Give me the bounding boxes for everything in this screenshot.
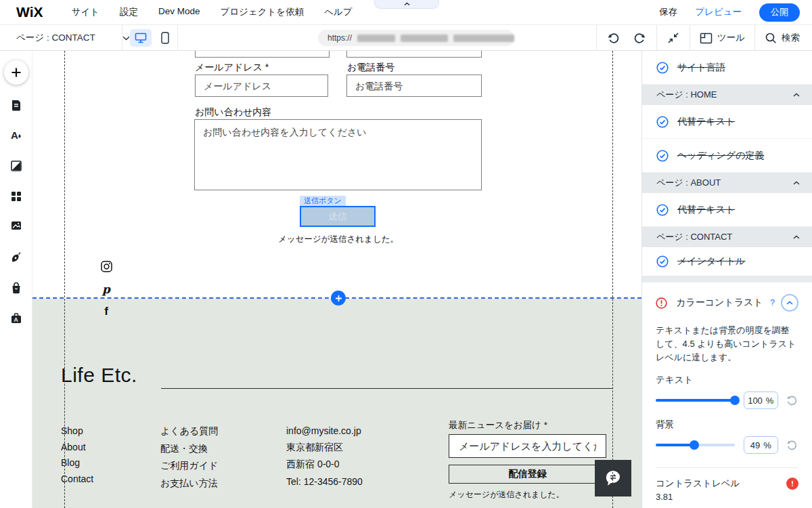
facebook-icon[interactable]: f: [99, 304, 114, 319]
background-slider-knob[interactable]: [690, 440, 699, 450]
text-slider-knob[interactable]: [730, 396, 740, 405]
check-item-heading-definition[interactable]: ヘッディングの定義: [642, 139, 812, 173]
lastname-field-cropped[interactable]: [346, 51, 482, 58]
design-icon: A: [9, 129, 23, 142]
footer-site-logo[interactable]: Life Etc.: [61, 364, 137, 387]
text-value-box[interactable]: 100%: [744, 391, 778, 409]
name-field-cropped[interactable]: [195, 51, 330, 58]
add-section-button[interactable]: [331, 291, 346, 305]
layout-guide-left: [64, 51, 65, 508]
desktop-icon: [135, 33, 147, 43]
reset-icon: [785, 394, 798, 407]
media-button[interactable]: [9, 219, 23, 232]
footer-link-shipping[interactable]: 配送・交換: [160, 443, 218, 455]
contrast-description: テキストまたは背景の明度を調整して、4.5 よりも高いコントラストレベルに達しま…: [656, 324, 798, 364]
contrast-level-value: 3.81: [656, 492, 798, 502]
footer-link-payment[interactable]: お支払い方法: [160, 478, 218, 490]
chevron-down-icon: [122, 36, 130, 41]
undo-icon: [606, 30, 621, 45]
phone-field[interactable]: [346, 75, 482, 97]
menu-settings[interactable]: 設定: [120, 6, 138, 18]
search-button[interactable]: 検索: [755, 25, 812, 51]
my-business-button[interactable]: A: [9, 312, 23, 325]
background-reset-button[interactable]: [785, 438, 798, 452]
text-reset-button[interactable]: [785, 394, 798, 407]
background-button[interactable]: [9, 159, 23, 173]
chevron-up-icon: [793, 235, 800, 239]
pinterest-icon[interactable]: p: [99, 282, 114, 297]
pages-menu-button[interactable]: [9, 98, 23, 112]
help-link[interactable]: ?: [770, 298, 775, 308]
background-value-box[interactable]: 49%: [744, 436, 778, 454]
publish-button[interactable]: 公開: [759, 3, 800, 22]
footer-link-blog[interactable]: Blog: [61, 457, 93, 468]
newsletter-email-input[interactable]: [449, 434, 606, 458]
menu-site[interactable]: サイト: [71, 6, 99, 18]
email-field-label: メールアドレス *: [195, 62, 269, 74]
check-circle-icon: [656, 255, 669, 268]
message-field[interactable]: [194, 119, 482, 190]
footer-link-faq[interactable]: よくある質問: [160, 425, 218, 438]
chevron-up-icon: [793, 181, 800, 185]
top-menu: サイト 設定 Dev Mode プロジェクトを依頼 ヘルプ: [71, 6, 352, 18]
section-header-page-home[interactable]: ページ : HOME: [642, 85, 812, 105]
section-header-page-contact[interactable]: ページ : CONTACT: [642, 227, 812, 247]
site-url-bar[interactable]: https://: [318, 30, 514, 46]
check-item-site-language[interactable]: サイト言語: [642, 51, 812, 85]
preview-button[interactable]: プレビュー: [695, 6, 742, 18]
contrast-divider: [656, 467, 798, 468]
site-design-button[interactable]: A: [9, 129, 23, 142]
footer-link-about[interactable]: About: [61, 442, 93, 452]
site-canvas: メールアドレス * お電話番号 お問い合わせ内容 送信ボタン 送信 メッセージが…: [32, 51, 641, 508]
redo-button[interactable]: [627, 25, 656, 51]
footer-email[interactable]: info@mysite.co.jp: [286, 425, 363, 436]
undo-button[interactable]: [597, 25, 627, 51]
desktop-view-toggle[interactable]: [130, 29, 152, 47]
check-item-alt-text-about[interactable]: 代替テキスト: [642, 193, 812, 227]
url-redacted-segment: [357, 35, 395, 42]
add-element-button[interactable]: [4, 60, 28, 85]
blog-button[interactable]: [9, 251, 23, 264]
check-circle-icon: [656, 62, 669, 74]
instagram-icon[interactable]: [99, 259, 114, 274]
tools-label: ツール: [717, 32, 745, 44]
app-market-button[interactable]: [9, 190, 23, 203]
collapse-topbar-tab[interactable]: [374, 0, 439, 9]
footer-contact-column: info@mysite.co.jp 東京都新宿区 西新宿 0-0-0 Tel: …: [286, 425, 363, 487]
mobile-icon: [161, 32, 169, 44]
mobile-view-toggle[interactable]: [157, 29, 173, 47]
store-button[interactable]: [9, 281, 23, 295]
footer-link-contact[interactable]: Contact: [61, 473, 93, 484]
check-item-main-title[interactable]: メインタイトル: [642, 247, 812, 276]
page-selector-dropdown[interactable]: ページ : CONTACT: [16, 25, 130, 51]
save-button[interactable]: 保存: [659, 6, 677, 18]
text-brightness-slider[interactable]: [656, 396, 735, 405]
tools-panel-icon: [700, 33, 713, 44]
page-selector-label: ページ : CONTACT: [16, 32, 95, 44]
chevron-up-icon: [786, 301, 793, 305]
tools-button[interactable]: ツール: [690, 25, 754, 51]
plus-icon: [335, 295, 342, 302]
menu-hire-professional[interactable]: プロジェクトを依頼: [220, 6, 304, 18]
section-header-page-about[interactable]: ページ : ABOUT: [642, 173, 812, 193]
submit-button-selected[interactable]: 送信: [300, 206, 376, 227]
chat-widget-button[interactable]: [595, 460, 631, 496]
footer-link-guide[interactable]: ご利用ガイド: [160, 460, 218, 472]
newsletter-subscribe-button[interactable]: 配信登録: [449, 465, 606, 484]
editor-toolbar: ページ : CONTACT https://: [0, 25, 812, 51]
email-field[interactable]: [195, 75, 328, 97]
page-icon: [9, 98, 23, 112]
briefcase-a-icon: A: [9, 312, 23, 325]
background-slider-label: 背景: [656, 419, 798, 431]
zoom-out-mode-button[interactable]: [657, 25, 690, 51]
footer-phone: Tel: 12-3456-7890: [286, 476, 363, 487]
menu-dev-mode[interactable]: Dev Mode: [158, 6, 200, 18]
chevron-up-icon: [404, 2, 410, 6]
check-item-alt-text-home[interactable]: 代替テキスト: [642, 105, 812, 139]
footer-link-shop[interactable]: Shop: [61, 425, 93, 436]
background-brightness-slider[interactable]: [656, 440, 735, 450]
menu-help[interactable]: ヘルプ: [324, 6, 352, 18]
collapse-section-button[interactable]: [781, 294, 798, 312]
toolbar-divider: [177, 25, 178, 51]
selected-element-tag: 送信ボタン: [300, 196, 346, 206]
